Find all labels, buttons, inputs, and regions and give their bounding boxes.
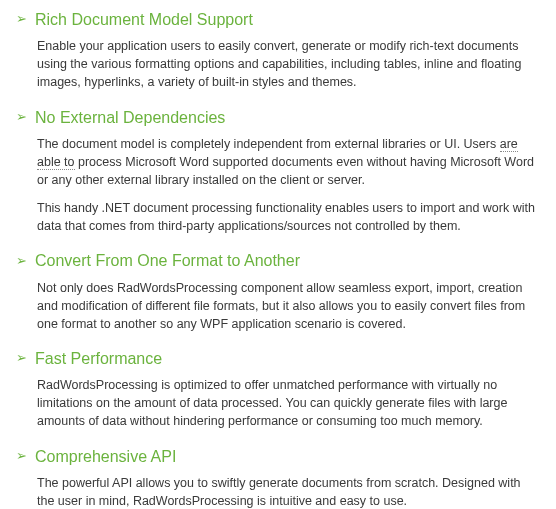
section-heading: Rich Document Model Support <box>35 8 253 31</box>
chevron-right-icon: ➢ <box>16 252 27 271</box>
feature-section: ➢Comprehensive APIThe powerful API allow… <box>16 445 540 510</box>
section-header: ➢Comprehensive API <box>16 445 540 468</box>
section-paragraph: Not only does RadWordsProcessing compone… <box>37 279 540 333</box>
chevron-right-icon: ➢ <box>16 108 27 127</box>
section-header: ➢Rich Document Model Support <box>16 8 540 31</box>
section-paragraph: Enable your application users to easily … <box>37 37 540 91</box>
section-heading: Comprehensive API <box>35 445 176 468</box>
feature-section: ➢Convert From One Format to AnotherNot o… <box>16 249 540 333</box>
section-header: ➢Fast Performance <box>16 347 540 370</box>
section-paragraph: RadWordsProcessing is optimized to offer… <box>37 376 540 430</box>
section-header: ➢No External Dependencies <box>16 106 540 129</box>
section-paragraph: The powerful API allows you to swiftly g… <box>37 474 540 509</box>
feature-section: ➢Rich Document Model SupportEnable your … <box>16 8 540 92</box>
section-paragraph: The document model is completely indepen… <box>37 135 540 189</box>
chevron-right-icon: ➢ <box>16 447 27 466</box>
feature-section: ➢No External DependenciesThe document mo… <box>16 106 540 236</box>
feature-section: ➢Fast PerformanceRadWordsProcessing is o… <box>16 347 540 431</box>
feature-list: ➢Rich Document Model SupportEnable your … <box>16 8 540 509</box>
section-heading: Fast Performance <box>35 347 162 370</box>
chevron-right-icon: ➢ <box>16 10 27 29</box>
section-paragraph: This handy .NET document processing func… <box>37 199 540 235</box>
section-heading: No External Dependencies <box>35 106 225 129</box>
section-heading: Convert From One Format to Another <box>35 249 300 272</box>
section-header: ➢Convert From One Format to Another <box>16 249 540 272</box>
annotated-phrase: are able to <box>37 137 518 170</box>
chevron-right-icon: ➢ <box>16 349 27 368</box>
